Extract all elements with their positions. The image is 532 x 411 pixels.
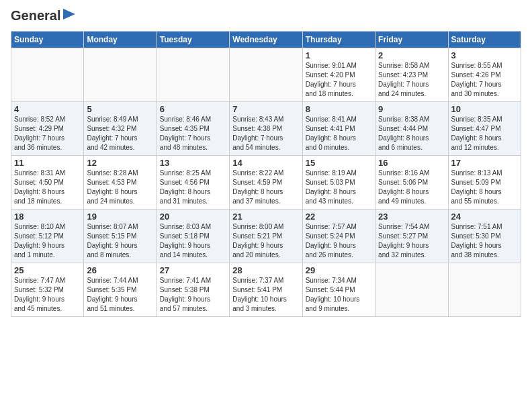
calendar-cell: 18Sunrise: 8:10 AM Sunset: 5:12 PM Dayli… [11, 210, 84, 263]
day-number: 7 [232, 104, 299, 114]
calendar-cell [375, 263, 448, 317]
calendar-cell: 27Sunrise: 7:41 AM Sunset: 5:38 PM Dayli… [157, 263, 229, 317]
day-info: Sunrise: 8:46 AM Sunset: 4:35 PM Dayligh… [160, 115, 226, 152]
day-info: Sunrise: 8:49 AM Sunset: 4:32 PM Dayligh… [87, 115, 153, 152]
page: General Sunday Monday Tuesday Wednesday … [0, 0, 532, 322]
day-number: 8 [306, 104, 372, 114]
calendar-cell: 25Sunrise: 7:47 AM Sunset: 5:32 PM Dayli… [11, 263, 84, 317]
day-info: Sunrise: 8:52 AM Sunset: 4:29 PM Dayligh… [14, 115, 81, 152]
day-info: Sunrise: 7:57 AM Sunset: 5:24 PM Dayligh… [306, 222, 372, 260]
day-number: 15 [306, 158, 372, 168]
day-number: 26 [87, 265, 153, 275]
calendar-cell: 13Sunrise: 8:25 AM Sunset: 4:56 PM Dayli… [157, 156, 229, 210]
calendar-cell: 2Sunrise: 8:58 AM Sunset: 4:23 PM Daylig… [375, 48, 448, 102]
day-info: Sunrise: 8:13 AM Sunset: 5:09 PM Dayligh… [451, 169, 518, 206]
day-number: 18 [14, 212, 81, 222]
day-number: 21 [232, 212, 299, 222]
logo-arrow-icon [63, 9, 75, 22]
day-number: 12 [87, 158, 153, 168]
col-friday: Friday [375, 32, 448, 48]
calendar-cell: 7Sunrise: 8:43 AM Sunset: 4:38 PM Daylig… [230, 102, 302, 156]
calendar-cell: 20Sunrise: 8:03 AM Sunset: 5:18 PM Dayli… [157, 210, 229, 263]
day-info: Sunrise: 8:19 AM Sunset: 5:03 PM Dayligh… [306, 169, 372, 206]
col-tuesday: Tuesday [157, 32, 229, 48]
calendar-cell: 23Sunrise: 7:54 AM Sunset: 5:27 PM Dayli… [375, 210, 448, 263]
calendar-cell: 5Sunrise: 8:49 AM Sunset: 4:32 PM Daylig… [84, 102, 157, 156]
calendar-week-5: 25Sunrise: 7:47 AM Sunset: 5:32 PM Dayli… [11, 263, 521, 317]
calendar-cell: 3Sunrise: 8:55 AM Sunset: 4:26 PM Daylig… [448, 48, 521, 102]
calendar-cell [448, 263, 521, 317]
day-number: 9 [378, 104, 445, 114]
day-number: 22 [306, 212, 372, 222]
calendar-cell: 14Sunrise: 8:22 AM Sunset: 4:59 PM Dayli… [230, 156, 302, 210]
calendar-header-row: Sunday Monday Tuesday Wednesday Thursday… [11, 32, 521, 48]
day-info: Sunrise: 8:38 AM Sunset: 4:44 PM Dayligh… [378, 115, 445, 152]
calendar-cell: 16Sunrise: 8:16 AM Sunset: 5:06 PM Dayli… [375, 156, 448, 210]
calendar-cell [11, 48, 84, 102]
day-info: Sunrise: 8:58 AM Sunset: 4:23 PM Dayligh… [378, 61, 445, 99]
day-info: Sunrise: 8:31 AM Sunset: 4:50 PM Dayligh… [14, 169, 81, 206]
day-info: Sunrise: 8:55 AM Sunset: 4:26 PM Dayligh… [451, 61, 518, 99]
day-info: Sunrise: 9:01 AM Sunset: 4:20 PM Dayligh… [306, 61, 372, 99]
calendar-cell [157, 48, 229, 102]
calendar-cell: 9Sunrise: 8:38 AM Sunset: 4:44 PM Daylig… [375, 102, 448, 156]
day-number: 29 [306, 265, 372, 275]
svg-marker-0 [63, 9, 75, 19]
calendar-cell: 24Sunrise: 7:51 AM Sunset: 5:30 PM Dayli… [448, 210, 521, 263]
day-info: Sunrise: 7:37 AM Sunset: 5:41 PM Dayligh… [232, 276, 299, 314]
calendar-week-2: 4Sunrise: 8:52 AM Sunset: 4:29 PM Daylig… [11, 102, 521, 156]
day-info: Sunrise: 8:22 AM Sunset: 4:59 PM Dayligh… [232, 169, 299, 206]
day-info: Sunrise: 7:54 AM Sunset: 5:27 PM Dayligh… [378, 222, 445, 260]
day-number: 10 [451, 104, 518, 114]
logo-line1: General [11, 8, 75, 24]
day-number: 1 [306, 50, 372, 60]
day-number: 14 [232, 158, 299, 168]
day-info: Sunrise: 7:41 AM Sunset: 5:38 PM Dayligh… [160, 276, 226, 314]
day-number: 23 [378, 212, 445, 222]
day-info: Sunrise: 8:00 AM Sunset: 5:21 PM Dayligh… [232, 222, 299, 260]
day-number: 2 [378, 50, 445, 60]
day-info: Sunrise: 8:35 AM Sunset: 4:47 PM Dayligh… [451, 115, 518, 152]
day-number: 16 [378, 158, 445, 168]
header: General [11, 8, 521, 26]
day-info: Sunrise: 7:34 AM Sunset: 5:44 PM Dayligh… [306, 276, 372, 314]
calendar-cell: 21Sunrise: 8:00 AM Sunset: 5:21 PM Dayli… [230, 210, 302, 263]
day-number: 28 [232, 265, 299, 275]
calendar-week-3: 11Sunrise: 8:31 AM Sunset: 4:50 PM Dayli… [11, 156, 521, 210]
day-number: 19 [87, 212, 153, 222]
calendar-cell [230, 48, 302, 102]
col-wednesday: Wednesday [230, 32, 302, 48]
day-number: 11 [14, 158, 81, 168]
col-saturday: Saturday [448, 32, 521, 48]
calendar: Sunday Monday Tuesday Wednesday Thursday… [11, 31, 521, 317]
calendar-week-4: 18Sunrise: 8:10 AM Sunset: 5:12 PM Dayli… [11, 210, 521, 263]
calendar-cell: 29Sunrise: 7:34 AM Sunset: 5:44 PM Dayli… [302, 263, 375, 317]
day-number: 25 [14, 265, 81, 275]
calendar-cell: 19Sunrise: 8:07 AM Sunset: 5:15 PM Dayli… [84, 210, 157, 263]
day-number: 27 [160, 265, 226, 275]
day-info: Sunrise: 8:03 AM Sunset: 5:18 PM Dayligh… [160, 222, 226, 260]
calendar-cell: 6Sunrise: 8:46 AM Sunset: 4:35 PM Daylig… [157, 102, 229, 156]
calendar-cell: 26Sunrise: 7:44 AM Sunset: 5:35 PM Dayli… [84, 263, 157, 317]
day-number: 4 [14, 104, 81, 114]
calendar-cell: 11Sunrise: 8:31 AM Sunset: 4:50 PM Dayli… [11, 156, 84, 210]
calendar-cell [84, 48, 157, 102]
calendar-cell: 8Sunrise: 8:41 AM Sunset: 4:41 PM Daylig… [302, 102, 375, 156]
col-sunday: Sunday [11, 32, 84, 48]
calendar-cell: 10Sunrise: 8:35 AM Sunset: 4:47 PM Dayli… [448, 102, 521, 156]
day-info: Sunrise: 8:10 AM Sunset: 5:12 PM Dayligh… [14, 222, 81, 260]
day-info: Sunrise: 7:44 AM Sunset: 5:35 PM Dayligh… [87, 276, 153, 314]
calendar-cell: 4Sunrise: 8:52 AM Sunset: 4:29 PM Daylig… [11, 102, 84, 156]
day-number: 6 [160, 104, 226, 114]
day-number: 5 [87, 104, 153, 114]
day-info: Sunrise: 8:28 AM Sunset: 4:53 PM Dayligh… [87, 169, 153, 206]
day-info: Sunrise: 8:16 AM Sunset: 5:06 PM Dayligh… [378, 169, 445, 206]
day-info: Sunrise: 8:07 AM Sunset: 5:15 PM Dayligh… [87, 222, 153, 260]
calendar-week-1: 1Sunrise: 9:01 AM Sunset: 4:20 PM Daylig… [11, 48, 521, 102]
col-monday: Monday [84, 32, 157, 48]
day-info: Sunrise: 8:43 AM Sunset: 4:38 PM Dayligh… [232, 115, 299, 152]
logo: General [11, 8, 75, 26]
day-number: 24 [451, 212, 518, 222]
calendar-cell: 17Sunrise: 8:13 AM Sunset: 5:09 PM Dayli… [448, 156, 521, 210]
day-info: Sunrise: 7:51 AM Sunset: 5:30 PM Dayligh… [451, 222, 518, 260]
